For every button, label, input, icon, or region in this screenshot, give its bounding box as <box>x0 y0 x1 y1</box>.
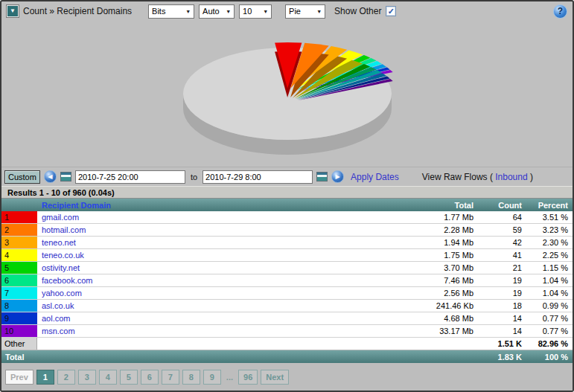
percent-value: 1.04 % <box>526 276 573 285</box>
other-row-label: Other <box>1 338 37 350</box>
report-menu-button[interactable]: ▼ <box>7 5 19 17</box>
table-row: 6facebook.com7.46 Mb191.04 % <box>1 274 573 287</box>
total-row: Total 1.83 K 100 % <box>1 350 573 363</box>
total-value: 1.94 Mb <box>366 238 478 247</box>
table-row: 2hotmail.com2.28 Mb593.23 % <box>1 224 573 237</box>
table-row: 7yahoo.com2.56 Mb191.04 % <box>1 287 573 300</box>
previous-range-button[interactable]: ◀ <box>44 170 57 183</box>
total-value: 4.68 Mb <box>366 314 478 323</box>
page-button[interactable]: 5 <box>120 370 138 385</box>
domain-link[interactable]: teneo.net <box>37 238 366 247</box>
rank-color-cell: 4 <box>1 249 37 261</box>
percent-value: 1.04 % <box>526 289 573 298</box>
rank-color-cell: 10 <box>1 325 37 337</box>
custom-range-button[interactable]: Custom <box>4 170 40 184</box>
page-button[interactable]: 7 <box>162 370 179 385</box>
total-value: 2.56 Mb <box>366 289 478 298</box>
total-value: 3.70 Mb <box>366 263 478 272</box>
next-range-button[interactable]: ▶ <box>331 170 344 183</box>
page-button[interactable]: 8 <box>182 370 200 385</box>
count-value: 14 <box>478 327 526 335</box>
page-button[interactable]: 4 <box>99 370 117 385</box>
page-button[interactable]: 6 <box>141 370 159 385</box>
percent-column-header[interactable]: Percent <box>526 201 573 210</box>
show-other-checkbox[interactable]: ✓ <box>386 6 396 16</box>
count-value: 19 <box>478 276 526 285</box>
count-value: 59 <box>478 225 526 234</box>
percent-value: 3.51 % <box>526 213 573 222</box>
rank-color-cell: 1 <box>1 211 37 223</box>
view-raw-flows-suffix: ) <box>528 172 533 182</box>
toolbar: ▼ Count » Recipient Domains Bits ▼ Auto … <box>1 1 573 21</box>
chart-type-select-value: Pie <box>289 7 301 16</box>
report-title: Count » Recipient Domains <box>23 6 132 16</box>
last-page-button[interactable]: 96 <box>238 370 258 385</box>
date-to-input[interactable] <box>203 170 313 184</box>
apply-dates-link[interactable]: Apply Dates <box>351 172 399 182</box>
domain-link[interactable]: hotmail.com <box>37 225 366 234</box>
calendar-icon[interactable] <box>60 172 71 181</box>
inbound-link[interactable]: Inbound <box>495 172 527 182</box>
units-select[interactable]: Bits ▼ <box>148 4 194 19</box>
report-window: ▼ Count » Recipient Domains Bits ▼ Auto … <box>0 0 574 392</box>
domain-link[interactable]: facebook.com <box>37 276 366 285</box>
table-row: 4teneo.co.uk1.75 Mb412.25 % <box>1 249 573 262</box>
count-value: 41 <box>478 251 526 260</box>
domain-link[interactable]: yahoo.com <box>37 289 366 298</box>
count-value: 19 <box>478 289 526 298</box>
down-triangle-icon: ▼ <box>10 8 16 14</box>
page-button[interactable]: 9 <box>203 370 221 385</box>
top-n-select-value: 10 <box>243 7 252 16</box>
pie-chart[interactable] <box>1 21 573 167</box>
pagination-ellipsis: ... <box>224 373 235 382</box>
domain-link[interactable]: teneo.co.uk <box>37 251 366 260</box>
interval-select-value: Auto <box>203 7 220 16</box>
page-button[interactable]: 2 <box>57 370 75 385</box>
table-row: 3teneo.net1.94 Mb422.30 % <box>1 237 573 249</box>
count-column-header[interactable]: Count <box>478 201 526 210</box>
chart-type-select[interactable]: Pie ▼ <box>285 4 325 19</box>
count-value: 18 <box>478 301 526 310</box>
interval-select[interactable]: Auto ▼ <box>199 4 235 19</box>
date-controls: Custom ◀ to ▶ Apply Dates View Raw Flows… <box>1 167 573 186</box>
page-button[interactable]: 3 <box>78 370 96 385</box>
prev-page-button[interactable]: Prev <box>5 370 34 385</box>
table-header: Recipient Domain Total Count Percent <box>1 199 573 211</box>
show-other-label: Show Other <box>334 6 381 16</box>
domain-link[interactable]: asl.co.uk <box>37 301 366 310</box>
other-row-percent: 82.96 % <box>526 339 573 348</box>
chart-area <box>1 21 573 167</box>
total-column-header[interactable]: Total <box>366 201 478 210</box>
right-arrow-icon: ▶ <box>336 174 340 180</box>
total-row-count: 1.83 K <box>478 353 526 362</box>
total-value: 1.77 Mb <box>366 213 478 222</box>
rank-color-cell: 6 <box>1 274 37 286</box>
domain-link[interactable]: msn.com <box>37 327 366 335</box>
total-value: 1.75 Mb <box>366 251 478 260</box>
next-page-button[interactable]: Next <box>261 370 289 385</box>
to-label: to <box>189 173 199 181</box>
top-n-select[interactable]: 10 ▼ <box>239 4 272 19</box>
table-row: 10msn.com33.17 Mb140.77 % <box>1 325 573 338</box>
results-summary: Results 1 - 10 of 960 (0.04s) <box>1 186 573 199</box>
domain-link[interactable]: aol.com <box>37 314 366 323</box>
count-value: 14 <box>478 314 526 323</box>
chevron-down-icon: ▼ <box>316 9 322 14</box>
date-from-input[interactable] <box>75 170 185 184</box>
percent-value: 2.25 % <box>526 251 573 260</box>
view-raw-flows: View Raw Flows ( Inbound ) <box>422 172 533 182</box>
table-body: 1gmail.com1.77 Mb643.51 %2hotmail.com2.2… <box>1 211 573 338</box>
page-button[interactable]: 1 <box>36 370 54 385</box>
domain-link[interactable]: ostivity.net <box>37 263 366 272</box>
domain-link[interactable]: gmail.com <box>37 213 366 222</box>
help-button[interactable]: ? <box>553 4 567 19</box>
calendar-icon[interactable] <box>316 172 328 181</box>
count-value: 21 <box>478 263 526 272</box>
chevron-down-icon: ▼ <box>226 9 231 14</box>
rank-color-cell: 8 <box>1 300 37 312</box>
recipient-domain-column-header[interactable]: Recipient Domain <box>37 201 366 210</box>
percent-value: 0.99 % <box>526 301 573 310</box>
rank-color-cell: 2 <box>1 224 37 236</box>
chevron-down-icon: ▼ <box>185 9 191 14</box>
total-row-label: Total <box>1 353 37 362</box>
